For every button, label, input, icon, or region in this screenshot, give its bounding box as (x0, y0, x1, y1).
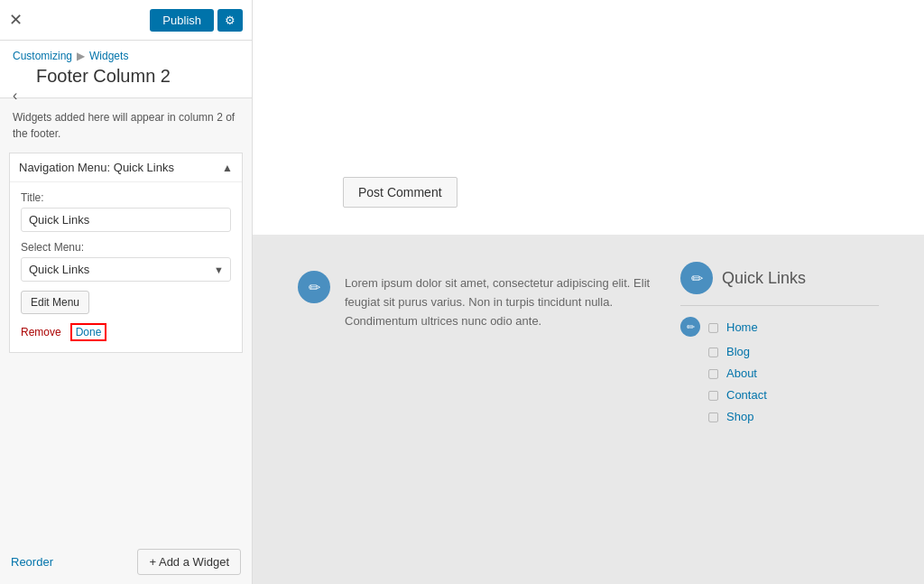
footer-edit-icon: ✏ (298, 271, 330, 303)
back-icon: ‹ (13, 88, 17, 104)
widget-header-label: Navigation Menu: Quick Links (19, 161, 174, 174)
small-edit-icon: ✏ (687, 321, 695, 333)
select-menu-wrapper: Quick Links Main Menu Footer Menu ▼ (21, 257, 231, 282)
chevron-up-icon: ▲ (222, 162, 233, 174)
gear-icon: ⚙ (225, 14, 236, 27)
doc-icon: ▢ (707, 344, 719, 358)
doc-icon: ▢ (707, 387, 719, 402)
back-button[interactable]: ‹ (13, 88, 17, 104)
list-item: ▢ Blog (707, 344, 879, 358)
footer-right: ✏ Quick Links ✏ ▢ Home ▢ Blog ▢ (680, 262, 879, 566)
done-link[interactable]: Done (70, 323, 107, 341)
widget-actions: Remove Done (21, 323, 231, 341)
breadcrumb-area: Customizing ▶ Widgets ‹ Footer Column 2 (0, 41, 252, 98)
breadcrumb-widgets[interactable]: Widgets (89, 50, 128, 62)
quick-link-shop[interactable]: Shop (726, 410, 753, 423)
remove-link[interactable]: Remove (21, 326, 61, 338)
edit-icon: ✏ (309, 279, 320, 296)
select-menu-label: Select Menu: (21, 241, 231, 254)
title-label: Title: (21, 191, 231, 204)
breadcrumb-wrapper: ‹ Footer Column 2 (13, 66, 239, 87)
preview-content: Post Comment (253, 0, 924, 235)
publish-button[interactable]: Publish (150, 9, 214, 32)
top-bar: ✕ Publish ⚙ (0, 0, 252, 41)
footer-body-text: Lorem ipsum dolor sit amet, consectetur … (345, 271, 653, 330)
add-widget-button[interactable]: + Add a Widget (137, 549, 241, 575)
widget-body: Title: Select Menu: Quick Links Main Men… (10, 181, 242, 352)
close-icon: ✕ (9, 11, 23, 29)
bottom-actions: Reorder + Add a Widget (0, 540, 252, 584)
list-item: ▢ Contact (707, 387, 879, 402)
post-comment-button[interactable]: Post Comment (343, 177, 457, 208)
doc-icon: ▢ (707, 320, 719, 334)
title-input[interactable] (21, 208, 231, 232)
link-edit-icon: ✏ (680, 317, 700, 337)
quick-link-home[interactable]: Home (726, 320, 758, 334)
quick-link-about[interactable]: About (726, 366, 757, 380)
breadcrumb: Customizing ▶ Widgets (13, 50, 239, 62)
breadcrumb-arrow: ▶ (77, 50, 85, 62)
select-menu-input[interactable]: Quick Links Main Menu Footer Menu (21, 257, 231, 282)
quick-links-circle-icon: ✏ (680, 262, 713, 294)
preview-footer: ✏ Lorem ipsum dolor sit amet, consectetu… (253, 235, 924, 584)
quick-link-blog[interactable]: Blog (726, 345, 750, 358)
close-button[interactable]: ✕ (9, 10, 23, 30)
quick-links-title: Quick Links (722, 269, 806, 288)
quick-links-edit-icon: ✏ (691, 270, 703, 287)
doc-icon: ▢ (707, 409, 719, 423)
gear-button[interactable]: ⚙ (217, 9, 243, 32)
footer-left: ✏ Lorem ipsum dolor sit amet, consectetu… (298, 262, 653, 566)
breadcrumb-customizing[interactable]: Customizing (13, 50, 72, 62)
page-title: Footer Column 2 (36, 66, 171, 87)
quick-links-divider (680, 305, 879, 306)
list-item: ▢ About (707, 366, 879, 380)
quick-links-header: ✏ Quick Links (680, 262, 879, 294)
description-text: Widgets added here will appear in column… (0, 98, 252, 153)
list-item: ✏ ▢ Home (680, 317, 879, 337)
sidebar: ✕ Publish ⚙ Customizing ▶ Widgets ‹ Foot… (0, 0, 253, 584)
reorder-link[interactable]: Reorder (11, 555, 53, 569)
widget-panel: Navigation Menu: Quick Links ▲ Title: Se… (9, 153, 243, 353)
edit-menu-button[interactable]: Edit Menu (21, 291, 89, 314)
preview-area: Post Comment ✏ Lorem ipsum dolor sit ame… (253, 0, 924, 584)
list-item: ▢ Shop (707, 409, 879, 423)
quick-link-contact[interactable]: Contact (726, 388, 767, 402)
quick-links-list: ✏ ▢ Home ▢ Blog ▢ About ▢ Contact (680, 317, 879, 423)
doc-icon: ▢ (707, 366, 719, 380)
widget-header[interactable]: Navigation Menu: Quick Links ▲ (10, 153, 242, 181)
